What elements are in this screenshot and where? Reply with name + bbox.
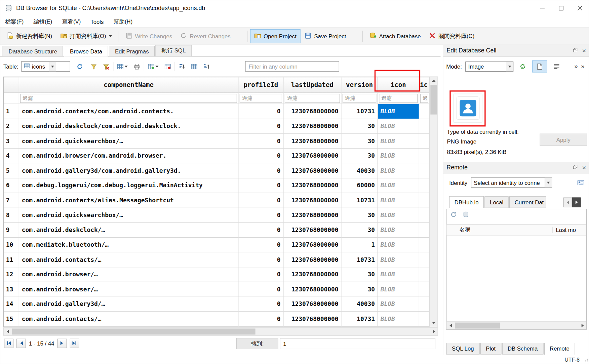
cell-version[interactable]: 10731	[341, 193, 378, 208]
col-version[interactable]: version	[341, 77, 378, 92]
mode-select-arrow[interactable]	[506, 62, 513, 71]
sort-asc-button[interactable]	[177, 62, 187, 72]
filter-input-box[interactable]: 過濾	[379, 94, 418, 103]
dock-tab-sql-log[interactable]: SQL Log	[446, 343, 479, 355]
filter-version[interactable]: 過濾	[341, 92, 378, 104]
cell-componentName[interactable]: com.android.gallery3d/…	[19, 297, 238, 312]
cell-lastUpdated[interactable]: 1230768000000	[283, 282, 341, 296]
cell-lastUpdated[interactable]: 1230768000000	[283, 312, 341, 326]
cell-extra[interactable]	[419, 297, 429, 312]
goto-record-input[interactable]	[280, 338, 435, 349]
tab-browse-data[interactable]: Browse Data	[64, 46, 108, 56]
cell-lastUpdated[interactable]: 1230768000000	[283, 297, 341, 312]
cell-version[interactable]: 10731	[341, 252, 378, 267]
cell-icon[interactable]: BLOB	[378, 297, 419, 312]
cell-extra[interactable]	[419, 282, 429, 296]
cell-icon[interactable]: BLOB	[378, 148, 419, 163]
filter-input-box[interactable]: 過濾	[240, 94, 282, 103]
menu-help[interactable]: 幫助(H)	[109, 17, 138, 27]
cell-profileId[interactable]: 0	[238, 297, 283, 312]
cell-lastUpdated[interactable]: 1230768000000	[283, 267, 341, 282]
filter-componentName[interactable]: 過濾	[19, 92, 238, 104]
table-row[interactable]: 8 com.android.quicksearchbox/… 0 1230768…	[4, 208, 430, 223]
cell-componentName[interactable]: com.android.contacts/alias.MessageShortc…	[19, 193, 238, 208]
cell-version[interactable]: 30	[341, 208, 378, 223]
cell-profileId[interactable]: 0	[238, 312, 283, 326]
cell-extra[interactable]	[419, 208, 429, 223]
cell-icon[interactable]: BLOB	[378, 193, 419, 208]
scroll-up-button[interactable]	[430, 77, 438, 84]
new-database-button[interactable]: 新建資料庫(N)	[3, 29, 56, 43]
cell-componentName[interactable]: com.android.browser/…	[19, 282, 238, 296]
col-componentName[interactable]: componentName	[19, 77, 238, 92]
filter-lastUpdated[interactable]: 過濾	[283, 92, 341, 104]
cell-componentName[interactable]: com.mediatek.bluetooth/…	[19, 237, 238, 252]
row-number[interactable]: 2	[4, 119, 19, 133]
filter-any-column-input[interactable]	[245, 61, 339, 72]
import-export-button[interactable]	[517, 61, 529, 72]
identity-card-button[interactable]	[575, 177, 587, 188]
cell-version[interactable]: 10731	[341, 312, 378, 326]
cell-lastUpdated[interactable]: 1230768000000	[283, 178, 341, 193]
menu-tools[interactable]: Tools	[86, 17, 109, 27]
close-database-button[interactable]: 關閉資料庫(C)	[425, 29, 479, 43]
revert-changes-button[interactable]: Revert Changes	[176, 29, 235, 43]
cell-version[interactable]: 60000	[341, 178, 378, 193]
save-table-button[interactable]	[115, 62, 129, 72]
cell-lastUpdated[interactable]: 1230768000000	[283, 193, 341, 208]
cell-profileId[interactable]: 0	[238, 163, 283, 178]
cell-profileId[interactable]: 0	[238, 104, 283, 119]
table-row[interactable]: 12 com.android.browser/… 0 1230768000000…	[4, 267, 430, 282]
delete-record-button[interactable]	[163, 62, 173, 72]
refresh-button[interactable]	[75, 62, 85, 72]
cell-version[interactable]: 30	[341, 148, 378, 163]
row-number[interactable]: 5	[4, 163, 19, 178]
col-icon[interactable]: icon	[378, 77, 419, 92]
row-number[interactable]: 1	[4, 104, 19, 119]
scroll-right-button[interactable]	[579, 322, 586, 329]
cell-icon[interactable]: BLOB	[378, 208, 419, 223]
clone-database-button[interactable]	[463, 211, 469, 219]
cell-profileId[interactable]: 0	[238, 208, 283, 223]
scroll-right-button[interactable]	[430, 328, 437, 335]
table-row[interactable]: 4 com.android.browser/com.android.browse…	[4, 148, 430, 163]
scroll-left-button[interactable]	[4, 328, 11, 335]
cell-lastUpdated[interactable]: 1230768000000	[283, 223, 341, 237]
table-row[interactable]: 9 com.android.deskclock/… 0 123076800000…	[4, 223, 430, 237]
minimize-button[interactable]	[533, 0, 552, 16]
cell-profileId[interactable]: 0	[238, 223, 283, 237]
cell-version[interactable]: 30	[341, 119, 378, 133]
filter-icon[interactable]: 過濾	[378, 92, 419, 104]
next-page-button[interactable]	[57, 338, 67, 348]
vertical-scroll-thumb[interactable]	[430, 85, 437, 115]
row-number[interactable]: 4	[4, 148, 19, 163]
cell-extra[interactable]	[419, 193, 429, 208]
row-number[interactable]: 13	[4, 282, 19, 296]
resize-grip[interactable]	[583, 357, 588, 362]
goto-button[interactable]: 轉到:	[236, 338, 278, 349]
cell-extra[interactable]	[419, 133, 429, 148]
row-number[interactable]: 7	[4, 193, 19, 208]
cell-componentName[interactable]: com.android.gallery3d/com.android.galler…	[19, 163, 238, 178]
cell-profileId[interactable]: 0	[238, 178, 283, 193]
remote-horizontal-scrollbar[interactable]	[446, 321, 586, 329]
close-button[interactable]	[571, 0, 589, 16]
attach-database-button[interactable]: Attach Database	[366, 29, 425, 43]
table-row[interactable]: 15 com.android.contacts/… 0 123076800000…	[4, 312, 430, 326]
table-select[interactable]: icons	[22, 61, 70, 72]
cell-profileId[interactable]: 0	[238, 237, 283, 252]
dock-tab-db-schema[interactable]: DB Schema	[502, 343, 543, 355]
cell-icon[interactable]: BLOB	[378, 282, 419, 296]
menu-edit[interactable]: 編輯(E)	[29, 17, 57, 27]
row-number[interactable]: 15	[4, 312, 19, 326]
panel-close-icon[interactable]: ×	[582, 164, 586, 171]
cell-extra[interactable]	[419, 237, 429, 252]
image-view-button[interactable]	[532, 60, 547, 73]
panel-close-icon[interactable]: ×	[582, 47, 586, 54]
cell-lastUpdated[interactable]: 1230768000000	[283, 133, 341, 148]
row-number[interactable]: 3	[4, 133, 19, 148]
row-number[interactable]: 11	[4, 252, 19, 267]
row-number[interactable]: 10	[4, 237, 19, 252]
cell-icon[interactable]: BLOB	[378, 178, 419, 193]
cell-extra[interactable]	[419, 119, 429, 133]
